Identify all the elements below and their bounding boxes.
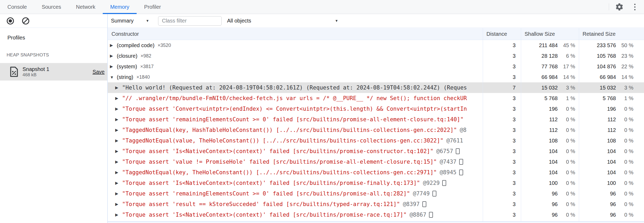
tab-sources[interactable]: Sources: [34, 0, 68, 14]
tab-memory[interactable]: Memory: [103, 0, 137, 14]
column-resize-handle[interactable]: [483, 28, 483, 221]
table-row[interactable]: ▼(string)×1840366 98414 %66 98414 %: [108, 72, 644, 82]
disclosure-triangle-icon[interactable]: ▶: [115, 106, 122, 111]
disclosure-triangle-icon[interactable]: ▶: [115, 202, 122, 207]
column-header-shallow-size[interactable]: Shallow Size: [521, 31, 579, 37]
table-row[interactable]: ▶(closure)×982328 1286 %105 76823 %: [108, 51, 644, 61]
size-percent: 0 %: [558, 138, 575, 144]
shallow-size-cell: 960 %: [521, 191, 579, 197]
size-percent: 0 %: [616, 180, 633, 186]
record-heap-snapshot-button[interactable]: [5, 16, 15, 26]
table-row[interactable]: ▶"Torque assert 'value != PromiseHole' f…: [108, 157, 644, 167]
disclosure-triangle-icon[interactable]: ▶: [115, 170, 122, 175]
object-marker-icon: [459, 159, 463, 165]
table-row[interactable]: ▶"Torque assert 'result == kStoreSuccede…: [108, 199, 644, 209]
size-percent: 0 %: [616, 201, 633, 207]
tab-profiler[interactable]: Profiler: [137, 0, 168, 14]
size-value: 96: [610, 201, 616, 207]
tab-console[interactable]: Console: [0, 0, 34, 14]
column-resize-handle[interactable]: [521, 28, 521, 221]
disclosure-triangle-icon[interactable]: ▶: [115, 117, 122, 122]
instance-count: ×982: [141, 53, 151, 59]
size-value: 112: [607, 117, 616, 123]
class-filter-input[interactable]: [158, 16, 222, 26]
disclosure-triangle-icon[interactable]: ▶: [115, 181, 122, 185]
size-value: 104: [549, 170, 558, 176]
size-percent: 0 %: [616, 117, 633, 123]
distance-cell: 3: [483, 148, 521, 154]
size-value: 5 768: [603, 95, 616, 101]
instance-count: ×3520: [158, 43, 171, 48]
column-header-distance[interactable]: Distance: [483, 31, 521, 37]
table-row[interactable]: ▶(compiled code)×35203211 48445 %233 576…: [108, 40, 644, 51]
string-value: "TaggedNotEqual(key, HashTableHoleConsta…: [122, 127, 457, 133]
disclosure-triangle-icon[interactable]: ▶: [115, 191, 122, 196]
snapshot-item[interactable]: Snapshot 1468 kBSave: [0, 63, 107, 81]
size-value: 196: [549, 106, 558, 112]
shallow-size-cell: 1120 %: [521, 127, 579, 133]
object-scope-select[interactable]: All objects ▼: [227, 18, 338, 24]
size-percent: 6 %: [558, 53, 575, 59]
constructor-cell: ▶"Torque assert 'remainingElementsCount …: [108, 188, 483, 199]
retained-size-cell: 1960 %: [579, 106, 644, 112]
size-value: 104 876: [597, 64, 616, 70]
object-id: @8867: [410, 212, 426, 218]
table-row[interactable]: ▶"Torque assert 'Is<NativeContext>(conte…: [108, 178, 644, 188]
disclosure-triangle-icon[interactable]: ▶: [115, 149, 122, 154]
disclosure-triangle-icon[interactable]: ▶: [110, 64, 117, 69]
settings-button[interactable]: [614, 2, 624, 12]
constructor-cell: ▶(closure)×982: [108, 51, 483, 61]
table-row[interactable]: ▶"TaggedNotEqual(key, TheHoleConstant())…: [108, 167, 644, 178]
column-resize-handle[interactable]: [579, 28, 579, 221]
string-value: "Torque assert 'remainingElementsCount >…: [122, 190, 410, 197]
clear-profiles-button[interactable]: [21, 16, 31, 26]
size-value: 66 984: [600, 74, 616, 80]
disclosure-triangle-icon[interactable]: ▶: [110, 43, 117, 48]
table-row[interactable]: ▶"// .wrangler/tmp/bundle-FmNIt0/checked…: [108, 93, 644, 104]
retained-size-cell: 5 7681 %: [579, 95, 644, 101]
more-options-button[interactable]: [630, 2, 640, 12]
table-row[interactable]: ▶"Torque assert 'Is<NativeContext>(conte…: [108, 146, 644, 157]
distance-cell: 3: [483, 138, 521, 144]
table-row[interactable]: ▶"Torque assert 'remainingElementsCount …: [108, 114, 644, 125]
table-row[interactable]: ▶"Torque assert 'remainingElementsCount …: [108, 188, 644, 199]
retained-size-cell: 960 %: [579, 201, 644, 207]
disclosure-triangle-icon[interactable]: ▶: [115, 212, 122, 217]
disclosure-triangle-icon[interactable]: ▶: [115, 96, 122, 101]
retained-size-cell: 960 %: [579, 191, 644, 197]
size-value: 15 032: [600, 85, 616, 91]
class-name: (closure): [117, 53, 137, 59]
column-header-retained-size[interactable]: Retained Size: [579, 31, 644, 37]
tab-network[interactable]: Network: [69, 0, 103, 14]
heap-toolbar: Summary ▼ All objects ▼: [108, 14, 644, 28]
disclosure-triangle-icon[interactable]: ▶: [115, 138, 122, 143]
table-row[interactable]: ▶"Torque assert 'Convert<uintptr>(endInd…: [108, 104, 644, 114]
instance-count: ×3817: [140, 64, 154, 69]
disclosure-triangle-icon[interactable]: ▼: [110, 75, 117, 79]
table-row[interactable]: ▶"Hello world! (Requested at: 2024-08-19…: [108, 82, 644, 93]
string-value: "Torque assert 'Convert<uintptr>(endInde…: [122, 106, 467, 112]
object-marker-icon: [429, 212, 433, 218]
table-row[interactable]: ▶"TaggedNotEqual(key, HashTableHoleConst…: [108, 125, 644, 135]
profiles-sidebar: Profiles HEAP SNAPSHOTS Snapshot 1468 kB…: [0, 14, 107, 223]
object-marker-icon: [442, 180, 446, 186]
disclosure-triangle-icon[interactable]: ▶: [110, 53, 117, 58]
disclosure-triangle-icon[interactable]: ▶: [115, 85, 122, 90]
string-value: "TaggedNotEqual(value, TheHoleConstant()…: [122, 137, 444, 144]
retained-size-cell: 66 98414 %: [579, 74, 644, 80]
table-row[interactable]: ▶(system)×3817377 76817 %104 87622 %: [108, 61, 644, 72]
disclosure-triangle-icon[interactable]: ▶: [115, 128, 122, 132]
size-percent: 22 %: [616, 64, 633, 70]
string-value: "Torque assert 'result == kStoreSucceded…: [122, 201, 400, 207]
gear-icon: [615, 3, 624, 11]
table-row[interactable]: ▶"Torque assert 'Is<NativeContext>(conte…: [108, 209, 644, 220]
save-snapshot-link[interactable]: Save: [92, 69, 105, 75]
column-header-constructor[interactable]: Constructor: [108, 31, 483, 37]
retained-size-cell: 1040 %: [579, 148, 644, 154]
perspective-select[interactable]: Summary ▼: [111, 18, 149, 24]
table-row[interactable]: ▶"TaggedNotEqual(value, TheHoleConstant(…: [108, 135, 644, 146]
constructor-cell: ▶"Hello world! (Requested at: 2024-08-19…: [108, 82, 483, 93]
disclosure-triangle-icon[interactable]: ▶: [115, 159, 122, 164]
constructor-cell: ▶"TaggedNotEqual(key, TheHoleConstant())…: [108, 167, 483, 178]
distance-cell: 3: [483, 53, 521, 59]
